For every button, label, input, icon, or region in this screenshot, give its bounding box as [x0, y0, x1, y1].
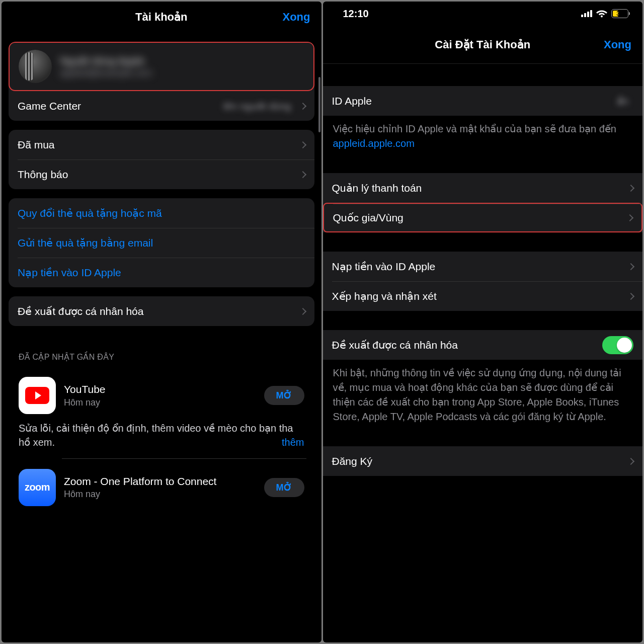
personalized-group: Đề xuất được cá nhân hóa: [323, 330, 643, 360]
personalized-cell[interactable]: Đề xuất được cá nhân hóa: [9, 296, 314, 326]
svg-rect-3: [590, 10, 592, 17]
app-release-notes: Sửa lỗi, cải thiện độ ổn định, thêm vide…: [17, 416, 306, 458]
page-title: Cài Đặt Tài Khoản: [435, 38, 530, 51]
profile-group: Người dùng Apple appleid@example.com Gam…: [9, 42, 314, 121]
chevron-icon: [299, 171, 306, 178]
status-time: 12:10: [343, 8, 369, 20]
purchased-cell[interactable]: Đã mua: [9, 130, 314, 159]
zoom-icon: zoom: [19, 469, 56, 506]
chevron-icon: [627, 184, 634, 191]
manage-payment-cell[interactable]: Quản lý thanh toán: [323, 173, 643, 203]
personalized-group: Đề xuất được cá nhân hóa: [9, 296, 314, 326]
svg-rect-2: [587, 12, 589, 17]
payment-region-group: Quản lý thanh toán Quốc gia/Vùng: [323, 173, 643, 232]
personalized-toggle-cell[interactable]: Đề xuất được cá nhân hóa: [323, 330, 643, 360]
youtube-icon: [19, 377, 56, 414]
send-gift-cell[interactable]: Gửi thẻ quà tặng bằng email: [9, 228, 314, 258]
country-region-cell[interactable]: Quốc gia/Vùng: [323, 203, 643, 232]
game-center-label: Game Center: [18, 100, 223, 112]
open-button[interactable]: MỞ: [264, 386, 304, 405]
open-button[interactable]: MỞ: [264, 478, 304, 497]
add-funds-cell[interactable]: Nạp tiền vào ID Apple: [9, 258, 314, 287]
chevron-icon: [299, 102, 306, 109]
app-name: YouTube: [64, 383, 256, 396]
account-content: Người dùng Apple appleid@example.com Gam…: [2, 33, 321, 642]
apple-id-link[interactable]: appleid.apple.com: [333, 138, 415, 149]
avatar-icon: [19, 50, 52, 83]
recently-updated-header: ĐÃ CẬP NHẬT GẦN ĐÂY: [9, 335, 314, 367]
profile-email: appleid@example.com: [60, 68, 304, 78]
chevron-icon: [627, 292, 634, 299]
app-row-zoom[interactable]: zoom Zoom - One Platform to Connect Hôm …: [17, 459, 306, 508]
toggle-switch[interactable]: [602, 336, 633, 354]
profile-cell[interactable]: Người dùng Apple appleid@example.com: [9, 42, 314, 91]
done-button[interactable]: Xong: [283, 11, 310, 24]
more-link[interactable]: thêm: [282, 435, 304, 449]
funds-ratings-group: Nạp tiền vào ID Apple Xếp hạng và nhận x…: [323, 252, 643, 311]
gift-group: Quy đổi thẻ quà tặng hoặc mã Gửi thẻ quà…: [9, 198, 314, 287]
subscriptions-group: Đăng Ký: [323, 446, 643, 476]
chevron-icon: [627, 263, 634, 270]
nav-header: Tài khoản Xong: [2, 2, 321, 33]
apple-id-footer: Việc hiệu chỉnh ID Apple và mật khẩu của…: [323, 116, 643, 154]
account-screen: Tài khoản Xong Người dùng Apple appleid@…: [2, 2, 321, 642]
app-row-youtube[interactable]: YouTube Hôm nay MỞ: [17, 367, 306, 416]
battery-icon: 38: [611, 9, 628, 18]
app-subtitle: Hôm nay: [64, 489, 256, 500]
apple-id-cell[interactable]: ID Apple ẩn: [323, 86, 643, 116]
chevron-icon: [299, 141, 306, 148]
account-settings-screen: 12:10 38 Cài Đặt Tài Khoản Xong ID Apple…: [323, 2, 643, 642]
apple-id-group: ID Apple ẩn: [323, 86, 643, 116]
ratings-cell[interactable]: Xếp hạng và nhận xét: [323, 281, 643, 311]
page-title: Tài khoản: [135, 11, 187, 24]
chevron-icon: [627, 457, 634, 464]
status-bar: 12:10 38: [323, 2, 643, 26]
svg-rect-1: [584, 13, 586, 17]
nav-header: Cài Đặt Tài Khoản Xong: [323, 26, 643, 64]
recent-updates-list: YouTube Hôm nay MỞ Sửa lỗi, cải thiện độ…: [9, 367, 314, 508]
wifi-icon: [596, 10, 607, 18]
subscriptions-cell[interactable]: Đăng Ký: [323, 446, 643, 476]
settings-content: ID Apple ẩn Việc hiệu chỉnh ID Apple và …: [323, 64, 643, 642]
add-funds-cell[interactable]: Nạp tiền vào ID Apple: [323, 252, 643, 281]
done-button[interactable]: Xong: [604, 38, 631, 51]
profile-name: Người dùng Apple: [60, 55, 304, 67]
personalized-footer: Khi bật, những thông tin về việc sử dụng…: [323, 360, 643, 427]
app-name: Zoom - One Platform to Connect: [64, 475, 256, 488]
apple-id-value: ẩn: [617, 95, 628, 107]
notifications-cell[interactable]: Thông báo: [9, 159, 314, 189]
purchase-group: Đã mua Thông báo: [9, 130, 314, 189]
app-subtitle: Hôm nay: [64, 397, 256, 408]
chevron-icon: [626, 214, 633, 221]
chevron-icon: [299, 307, 306, 314]
scroll-indicator[interactable]: [318, 77, 320, 132]
cellular-icon: [581, 10, 592, 17]
game-center-cell[interactable]: Game Center tên người dùng: [9, 91, 314, 121]
redeem-cell[interactable]: Quy đổi thẻ quà tặng hoặc mã: [9, 198, 314, 228]
game-center-value: tên người dùng: [223, 100, 291, 112]
svg-rect-0: [581, 15, 583, 17]
